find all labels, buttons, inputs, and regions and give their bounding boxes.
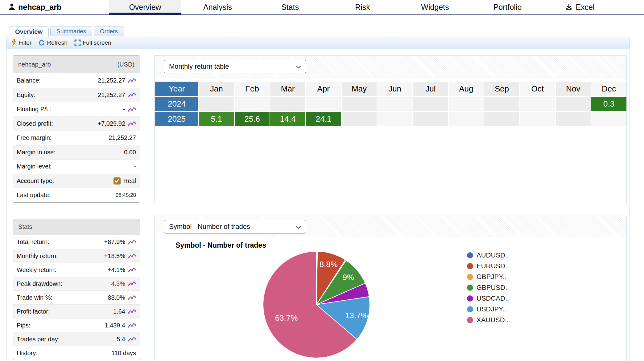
top-tab-excel[interactable]: Excel — [544, 0, 616, 14]
widget-type-select[interactable]: Monthly return table — [164, 60, 306, 73]
legend-color-dot — [467, 274, 473, 280]
legend-item-audusd[interactable]: AUDUSD.. — [467, 250, 509, 261]
cell-2025-jan: 5.1 — [199, 112, 234, 126]
sparkline-chart-icon[interactable] — [128, 281, 136, 287]
top-tab-widgets[interactable]: Widgets — [399, 0, 471, 14]
top-tab-stats[interactable]: Stats — [254, 0, 326, 14]
cell-2024-oct — [520, 97, 555, 111]
legend-item-xauusd[interactable]: XAUUSD.. — [467, 314, 509, 325]
row-value: 5.4 — [117, 336, 136, 343]
sparkline-chart-icon[interactable] — [128, 322, 136, 328]
refresh-icon — [38, 39, 45, 46]
legend-color-dot — [467, 317, 473, 323]
refresh-button[interactable]: Refresh — [38, 39, 68, 46]
legend-item-gbpjpy[interactable]: GBPJPY.. — [467, 271, 509, 282]
col-header-jun: Jun — [377, 82, 412, 96]
panel-row-trade-win: Trade win %:83.0% — [13, 290, 140, 304]
panel-row-balance: Balance:21,252.27 — [13, 73, 140, 88]
sparkline-chart-icon[interactable] — [128, 294, 136, 301]
panel-row-closed-profit: Closed profit:+7,029.92 — [13, 116, 140, 131]
filter-button[interactable]: Filter — [11, 39, 31, 46]
checkbox-checked-icon — [114, 177, 121, 185]
sparkline-chart-icon[interactable] — [128, 92, 136, 98]
col-header-sep: Sep — [484, 82, 519, 96]
row-value: +7,029.92 — [97, 120, 136, 127]
pie-widget-type-select[interactable]: Symbol - Number of trades — [164, 220, 306, 233]
row-value-text: +87.9% — [104, 238, 125, 245]
account-rows: Balance:21,252.27Equity:21,252.27Floatin… — [13, 73, 140, 202]
row-value-text: 0.00 — [124, 149, 136, 156]
sub-tab-summaries[interactable]: Summaries — [50, 26, 92, 36]
row-label: Monthly return: — [17, 253, 58, 260]
row-value-text: +18.5% — [104, 253, 125, 260]
col-header-jan: Jan — [199, 82, 234, 96]
panel-row-margin-in-use: Margin in use:0.00 — [13, 145, 140, 160]
panel-row-weekly-return: Weekly return:+4.1% — [13, 263, 140, 277]
sub-tab-orders[interactable]: Orders — [94, 26, 124, 36]
stats-panel: Stats Total return:+87.9%Monthly return:… — [13, 219, 140, 360]
row-label: Pips: — [17, 322, 30, 329]
symbol-trades-widget: Symbol - Number of trades Symbol - Numbe… — [154, 216, 627, 361]
account-panel-title: nehcap_arb — [18, 61, 51, 68]
pie-slice-label: 63.7% — [275, 313, 298, 322]
row-value: 21,252.27 — [98, 91, 136, 99]
row-value-text: 5.4 — [117, 336, 125, 343]
row-label: Closed profit: — [17, 120, 53, 127]
row-value: 08:45:28 — [116, 192, 136, 198]
sparkline-chart-icon[interactable] — [128, 77, 136, 83]
top-tab-label: Widgets — [421, 3, 449, 12]
top-tab-analysis[interactable]: Analysis — [181, 0, 254, 14]
legend-item-gbpusd[interactable]: GBPUSD.. — [467, 282, 509, 293]
row-label: Balance: — [17, 77, 41, 84]
sparkline-chart-icon[interactable] — [128, 253, 136, 259]
legend-item-eurusd[interactable]: EURUSD.. — [467, 261, 509, 271]
sparkline-chart-icon[interactable] — [128, 239, 136, 245]
legend-label: AUDUSD.. — [477, 251, 509, 259]
sparkline-chart-icon[interactable] — [128, 308, 136, 314]
legend-label: GBPUSD.. — [477, 284, 509, 292]
sparkline-chart-icon[interactable] — [128, 106, 136, 112]
row-label: Trade win %: — [17, 294, 52, 301]
pie-slice-label: 13.7% — [345, 311, 368, 320]
full-screen-button[interactable]: Full screen — [74, 39, 111, 46]
panel-row-trades-per-day: Trades per day:5.4 — [13, 332, 140, 346]
top-tab-label: Stats — [281, 3, 299, 12]
row-value: 21,252.27 — [98, 77, 136, 84]
download-icon — [565, 4, 572, 11]
sparkline-chart-icon[interactable] — [128, 267, 136, 273]
panel-row-account-type: Account type:Real — [13, 174, 140, 188]
top-tab-label: Overview — [129, 3, 161, 12]
monthly-return-table: YearJanFebMarAprMayJunJulAugSepOctNovDec… — [155, 81, 627, 127]
sub-tab-overview[interactable]: Overview — [9, 26, 49, 37]
col-header-mar: Mar — [270, 82, 305, 96]
row-value: 83.0% — [108, 294, 136, 301]
sparkline-chart-icon[interactable] — [128, 336, 136, 342]
toolbar-button-label: Refresh — [47, 39, 68, 46]
top-tab-portfolio[interactable]: Portfolio — [471, 0, 544, 14]
cell-2025-nov — [556, 112, 591, 126]
panel-row-equity: Equity:21,252.27 — [13, 88, 140, 102]
top-tab-overview[interactable]: Overview — [109, 0, 181, 14]
col-header-oct: Oct — [520, 82, 555, 96]
row-value-text: 21,252.27 — [109, 134, 136, 141]
toolbar-button-label: Full screen — [83, 39, 111, 46]
panel-row-profit-factor: Profit factor:1.64 — [13, 304, 140, 318]
panel-row-total-return: Total return:+87.9% — [13, 235, 140, 249]
row-label: Margin level: — [17, 163, 52, 170]
panel-row-free-margin: Free margin:21,252.27 — [13, 131, 140, 145]
account-panel-currency: (USD) — [117, 61, 134, 68]
legend-item-usdjpy[interactable]: USDJPY.. — [467, 304, 509, 314]
col-header-dec: Dec — [591, 82, 626, 96]
cell-2024-sep — [484, 97, 519, 111]
monthly-return-widget: Monthly return table YearJanFebMarAprMay… — [154, 55, 627, 204]
pie-chart-legend: AUDUSD..EURUSD..GBPJPY..GBPUSD..USDCAD..… — [467, 250, 509, 325]
row-label: Total return: — [17, 238, 49, 245]
legend-item-usdcad[interactable]: USDCAD.. — [467, 293, 509, 304]
row-value-text: +4.1% — [108, 266, 125, 274]
row-value: -4.3% — [109, 280, 136, 287]
top-tab-risk[interactable]: Risk — [326, 0, 399, 14]
top-navigation: nehcap_arb OverviewAnalysisStatsRiskWidg… — [0, 0, 644, 15]
cell-2025-aug — [449, 112, 484, 126]
sparkline-chart-icon[interactable] — [128, 120, 136, 127]
row-header-2025: 2025 — [155, 112, 198, 126]
